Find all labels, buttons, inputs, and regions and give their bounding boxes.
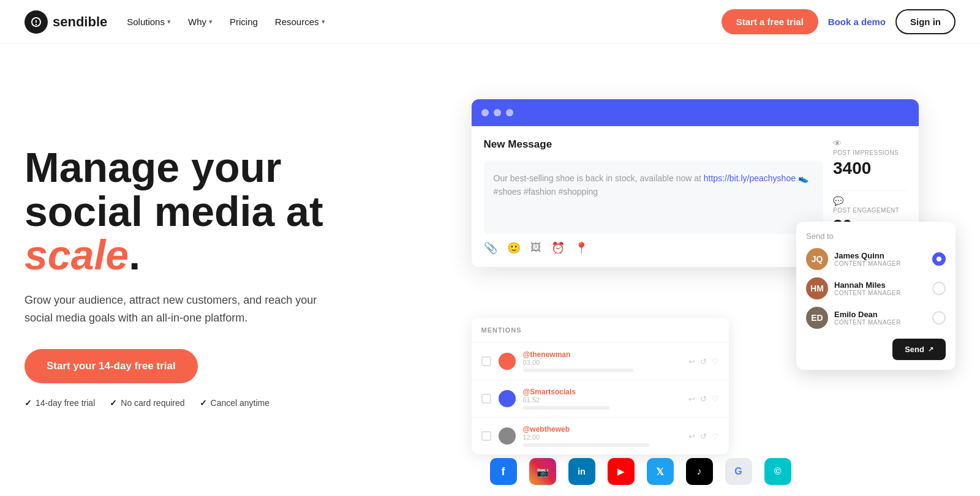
hero-accent-word: scale bbox=[24, 231, 129, 278]
person-row-2: HM Hannah Miles CONTENT MANAGER bbox=[806, 277, 946, 299]
send-to-panel: Send to JQ James Quinn CONTENT MANAGER H… bbox=[796, 222, 956, 370]
stat-divider bbox=[833, 190, 907, 191]
person-role-hannah: CONTENT MANAGER bbox=[834, 290, 926, 296]
reply-icon[interactable]: ↩ bbox=[688, 357, 695, 366]
send-to-label: Send to bbox=[806, 231, 946, 241]
mention-check-1[interactable] bbox=[481, 356, 491, 366]
mention-info-3: @webtheweb 12:00 bbox=[523, 425, 681, 447]
tiktok-icon[interactable]: ♪ bbox=[686, 458, 713, 485]
linkedin-icon[interactable]: in bbox=[568, 458, 595, 485]
clock-icon[interactable]: ⏰ bbox=[551, 241, 565, 255]
retweet-icon-2[interactable]: ↺ bbox=[700, 394, 707, 404]
start-trial-button[interactable]: Start a free trial bbox=[722, 9, 818, 34]
impressions-icon: 👁 bbox=[833, 138, 907, 148]
twitter-icon[interactable]: 𝕏 bbox=[647, 458, 674, 485]
like-icon-2[interactable]: ♡ bbox=[712, 394, 719, 404]
social-bar: f 📷 in ▶ 𝕏 ♪ G © bbox=[490, 458, 791, 485]
radio-james[interactable] bbox=[932, 252, 946, 266]
chevron-down-icon: ▾ bbox=[209, 18, 213, 26]
window-dot-3 bbox=[506, 109, 513, 116]
window-dot-1 bbox=[481, 109, 489, 116]
check-card: No card required bbox=[110, 398, 184, 408]
radio-hannah[interactable] bbox=[932, 282, 946, 295]
chevron-down-icon: ▾ bbox=[322, 18, 325, 26]
avatar-emilo: ED bbox=[806, 307, 828, 329]
instagram-icon[interactable]: 📷 bbox=[529, 458, 556, 485]
mention-info-2: @Smartsocials 01:52 bbox=[523, 388, 681, 410]
hero-text: Manage your social media at scale. Grow … bbox=[24, 146, 472, 408]
book-demo-button[interactable]: Book a demo bbox=[828, 17, 886, 27]
compose-main: New Message Our best-selling shoe is bac… bbox=[484, 138, 823, 255]
reply-icon-2[interactable]: ↩ bbox=[688, 394, 695, 404]
person-info-hannah: Hannah Miles CONTENT MANAGER bbox=[834, 280, 926, 296]
logo[interactable]: sendible bbox=[24, 10, 107, 34]
retweet-icon[interactable]: ↺ bbox=[700, 357, 707, 366]
impressions-value: 3400 bbox=[833, 159, 907, 178]
facebook-icon[interactable]: f bbox=[490, 458, 517, 485]
hero-cta-button[interactable]: Start your 14-day free trial bbox=[24, 349, 198, 383]
compose-body-text: Our best-selling shoe is back in stock, … bbox=[494, 173, 701, 183]
attach-icon[interactable]: 📎 bbox=[484, 241, 497, 255]
reply-icon-3[interactable]: ↩ bbox=[688, 432, 695, 441]
other-icon[interactable]: © bbox=[764, 458, 791, 485]
mention-bar-1 bbox=[523, 369, 634, 372]
person-row-1: JQ James Quinn CONTENT MANAGER bbox=[806, 248, 946, 270]
nav-right: Start a free trial Book a demo Sign in bbox=[722, 9, 956, 34]
mention-check-2[interactable] bbox=[481, 394, 491, 404]
like-icon-3[interactable]: ♡ bbox=[712, 432, 719, 441]
nav-why[interactable]: Why ▾ bbox=[188, 17, 213, 27]
nav-links: Solutions ▾ Why ▾ Pricing Resources ▾ bbox=[127, 17, 325, 27]
youtube-icon[interactable]: ▶ bbox=[608, 458, 635, 485]
hero-section: Manage your social media at scale. Grow … bbox=[0, 44, 980, 496]
mention-row-3: @webtheweb 12:00 ↩ ↺ ♡ bbox=[472, 417, 729, 454]
hero-visual: New Message Our best-selling shoe is bac… bbox=[472, 99, 956, 454]
mention-time-1: 03:00 bbox=[523, 359, 681, 366]
nav-pricing[interactable]: Pricing bbox=[230, 17, 258, 27]
nav-resources[interactable]: Resources ▾ bbox=[275, 17, 325, 27]
mention-check-3[interactable] bbox=[481, 431, 491, 441]
mention-time-3: 12:00 bbox=[523, 434, 681, 441]
check-cancel: Cancel anytime bbox=[200, 398, 270, 408]
mention-avatar-1 bbox=[499, 353, 516, 370]
compose-titlebar bbox=[472, 99, 919, 126]
retweet-icon-3[interactable]: ↺ bbox=[700, 432, 707, 441]
mention-bar-2 bbox=[523, 406, 610, 410]
mention-avatar-3 bbox=[499, 427, 516, 445]
google-icon[interactable]: G bbox=[725, 458, 752, 485]
radio-emilo[interactable] bbox=[932, 311, 946, 325]
nav-solutions[interactable]: Solutions ▾ bbox=[127, 17, 171, 27]
send-arrow-icon: ↗ bbox=[928, 345, 933, 353]
window-dot-2 bbox=[494, 109, 501, 116]
person-info-emilo: Emilo Dean CONTENT MANAGER bbox=[834, 310, 926, 326]
hero-heading: Manage your social media at scale. bbox=[24, 146, 459, 277]
person-name-emilo: Emilo Dean bbox=[834, 310, 926, 319]
check-trial: 14-day free trial bbox=[24, 398, 95, 408]
navbar: sendible Solutions ▾ Why ▾ Pricing Resou… bbox=[0, 0, 980, 44]
emoji-icon[interactable]: 🙂 bbox=[507, 241, 521, 255]
location-icon[interactable]: 📍 bbox=[575, 241, 588, 255]
mention-bar-3 bbox=[523, 443, 649, 447]
chevron-down-icon: ▾ bbox=[167, 18, 171, 26]
engagement-icon: 💬 bbox=[833, 196, 907, 206]
impressions-label: POST IMPRESSIONS bbox=[833, 149, 907, 156]
compose-link[interactable]: https://bit.ly/peachyshoe bbox=[704, 173, 796, 183]
person-role-emilo: CONTENT MANAGER bbox=[834, 319, 926, 326]
logo-icon bbox=[24, 10, 48, 34]
mention-actions-3: ↩ ↺ ♡ bbox=[688, 432, 719, 441]
nav-left: sendible Solutions ▾ Why ▾ Pricing Resou… bbox=[24, 10, 325, 34]
mention-name-3: @webtheweb bbox=[523, 425, 681, 434]
logo-text: sendible bbox=[53, 14, 107, 30]
image-icon[interactable]: 🖼 bbox=[530, 241, 541, 255]
person-role-james: CONTENT MANAGER bbox=[834, 260, 926, 267]
person-name-james: James Quinn bbox=[834, 251, 926, 260]
sign-in-button[interactable]: Sign in bbox=[895, 9, 956, 34]
compose-textarea[interactable]: Our best-selling shoe is back in stock, … bbox=[484, 160, 823, 234]
avatar-hannah: HM bbox=[806, 277, 828, 299]
mention-actions-1: ↩ ↺ ♡ bbox=[688, 357, 719, 366]
hero-checks: 14-day free trial No card required Cance… bbox=[24, 398, 459, 408]
mention-actions-2: ↩ ↺ ♡ bbox=[688, 394, 719, 404]
like-icon[interactable]: ♡ bbox=[712, 357, 719, 366]
send-button[interactable]: Send ↗ bbox=[892, 339, 946, 360]
mentions-panel: MENTIONS @thenewman 03:00 ↩ ↺ ♡ bbox=[472, 318, 729, 454]
mention-avatar-2 bbox=[499, 390, 516, 407]
